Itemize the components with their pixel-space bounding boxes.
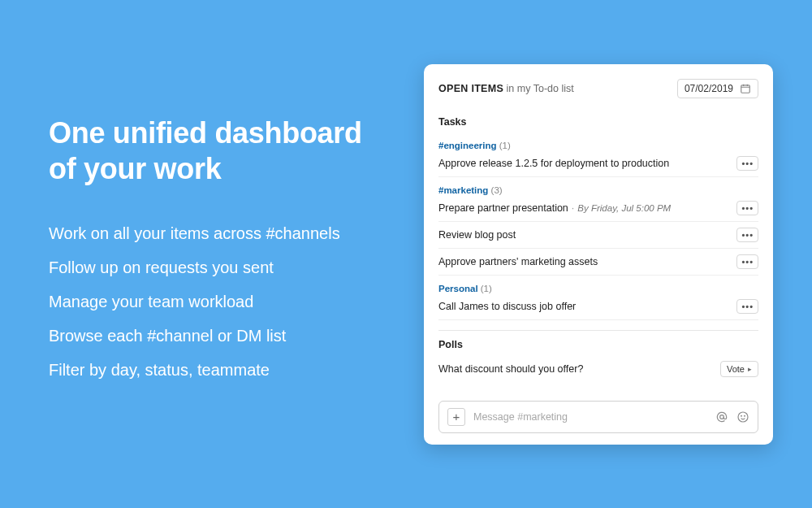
poll-text: What discount should you offer? [438,363,720,375]
poll-row[interactable]: What discount should you offer? Vote ▸ [438,355,758,383]
date-picker[interactable]: 07/02/2019 [677,79,758,98]
task-text: Approve release 1.2.5 for deployment to … [438,158,736,169]
task-text: Review blog post [438,229,736,241]
message-input[interactable] [473,411,707,423]
task-row[interactable]: Call James to discuss job offer ••• [438,293,758,320]
feature-bullets: Work on all your items across #channels … [49,222,408,381]
marketing-copy: One unified dashboard of your work Work … [0,115,424,392]
task-more-button[interactable]: ••• [736,228,758,242]
tasks-section-label: Tasks [438,116,758,128]
date-value: 07/02/2019 [685,83,733,94]
attach-button[interactable]: + [447,408,465,426]
section-divider [438,330,758,331]
task-row[interactable]: Prepare partner presentation·By Friday, … [438,195,758,222]
task-due: By Friday, Jul 5:00 PM [577,203,671,213]
bullet: Filter by day, status, teammate [49,358,408,381]
task-text: Call James to discuss job offer [438,301,736,312]
headline-line2: of your work [49,152,221,185]
bullet: Manage your team workload [49,290,408,313]
task-more-button[interactable]: ••• [736,299,758,314]
channel-tag[interactable]: Personal (1) [438,284,758,293]
svg-point-4 [745,415,745,416]
svg-rect-0 [741,85,750,92]
task-more-button[interactable]: ••• [736,201,758,215]
task-more-button[interactable]: ••• [736,254,758,269]
panel-title: OPEN ITEMS in my To-do list [438,83,574,94]
svg-point-2 [738,412,748,422]
mention-icon[interactable] [715,410,728,423]
channel-tag[interactable]: #marketing (3) [438,185,758,195]
channel-tag[interactable]: #engineering (1) [438,141,758,150]
message-composer[interactable]: + [438,401,758,433]
task-more-button[interactable]: ••• [736,156,758,171]
emoji-icon[interactable] [736,410,749,423]
headline-line1: One unified dashboard [49,116,362,150]
task-text: Approve partners' marketing assets [438,256,736,267]
task-text: Prepare partner presentation·By Friday, … [438,202,736,214]
task-row[interactable]: Approve release 1.2.5 for deployment to … [438,150,758,177]
calendar-icon [740,83,751,94]
bullet: Work on all your items across #channels [49,222,408,245]
headline: One unified dashboard of your work [49,115,408,185]
bullet: Follow up on requests you sent [49,256,408,279]
task-row[interactable]: Review blog post ••• [438,222,758,249]
todo-dashboard-panel: OPEN ITEMS in my To-do list 07/02/2019 T… [424,64,773,445]
polls-section-label: Polls [438,339,758,350]
svg-point-3 [741,415,742,416]
task-row[interactable]: Approve partners' marketing assets ••• [438,249,758,276]
panel-title-rest: in my To-do list [503,83,574,94]
bullet: Browse each #channel or DM list [49,324,408,347]
chevron-right-icon: ▸ [748,365,752,373]
vote-button[interactable]: Vote ▸ [720,361,758,377]
panel-title-strong: OPEN ITEMS [438,83,503,94]
svg-point-1 [720,415,724,419]
